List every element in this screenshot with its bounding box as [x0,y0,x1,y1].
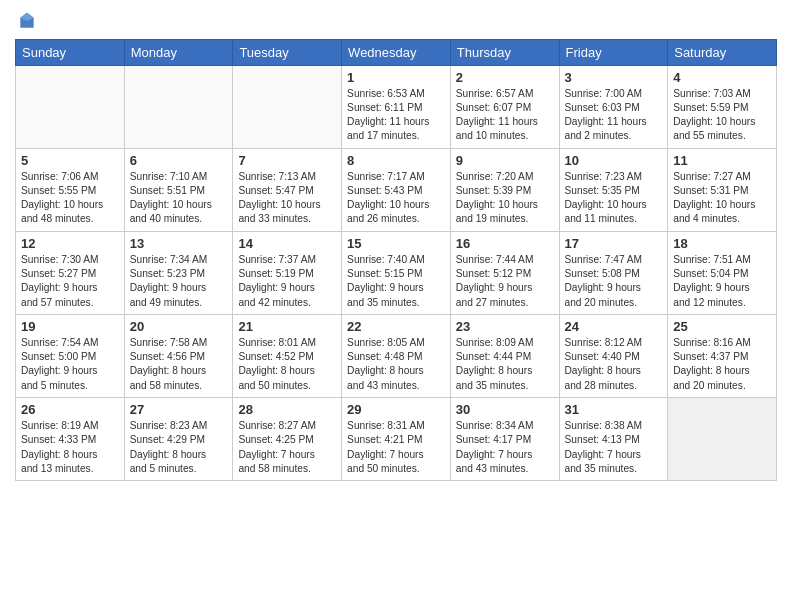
day-number: 28 [238,402,336,417]
calendar-cell [233,65,342,148]
day-info: Sunrise: 7:23 AM Sunset: 5:35 PM Dayligh… [565,170,663,227]
weekday-header-row: SundayMondayTuesdayWednesdayThursdayFrid… [16,39,777,65]
day-number: 3 [565,70,663,85]
day-number: 4 [673,70,771,85]
day-number: 9 [456,153,554,168]
calendar-cell [16,65,125,148]
calendar-cell: 16Sunrise: 7:44 AM Sunset: 5:12 PM Dayli… [450,231,559,314]
calendar-cell: 14Sunrise: 7:37 AM Sunset: 5:19 PM Dayli… [233,231,342,314]
calendar-cell: 15Sunrise: 7:40 AM Sunset: 5:15 PM Dayli… [342,231,451,314]
day-number: 11 [673,153,771,168]
day-number: 30 [456,402,554,417]
calendar-cell: 11Sunrise: 7:27 AM Sunset: 5:31 PM Dayli… [668,148,777,231]
week-row-4: 19Sunrise: 7:54 AM Sunset: 5:00 PM Dayli… [16,314,777,397]
day-number: 27 [130,402,228,417]
day-info: Sunrise: 7:51 AM Sunset: 5:04 PM Dayligh… [673,253,771,310]
day-number: 19 [21,319,119,334]
day-number: 21 [238,319,336,334]
day-number: 15 [347,236,445,251]
day-number: 5 [21,153,119,168]
calendar-cell: 22Sunrise: 8:05 AM Sunset: 4:48 PM Dayli… [342,314,451,397]
weekday-header-sunday: Sunday [16,39,125,65]
day-number: 12 [21,236,119,251]
calendar-cell: 12Sunrise: 7:30 AM Sunset: 5:27 PM Dayli… [16,231,125,314]
calendar-cell: 24Sunrise: 8:12 AM Sunset: 4:40 PM Dayli… [559,314,668,397]
day-info: Sunrise: 8:34 AM Sunset: 4:17 PM Dayligh… [456,419,554,476]
calendar-cell: 21Sunrise: 8:01 AM Sunset: 4:52 PM Dayli… [233,314,342,397]
calendar-cell: 10Sunrise: 7:23 AM Sunset: 5:35 PM Dayli… [559,148,668,231]
page-container: SundayMondayTuesdayWednesdayThursdayFrid… [0,0,792,491]
day-info: Sunrise: 7:30 AM Sunset: 5:27 PM Dayligh… [21,253,119,310]
day-number: 8 [347,153,445,168]
day-info: Sunrise: 8:05 AM Sunset: 4:48 PM Dayligh… [347,336,445,393]
calendar-cell: 7Sunrise: 7:13 AM Sunset: 5:47 PM Daylig… [233,148,342,231]
calendar-cell: 1Sunrise: 6:53 AM Sunset: 6:11 PM Daylig… [342,65,451,148]
calendar-cell: 6Sunrise: 7:10 AM Sunset: 5:51 PM Daylig… [124,148,233,231]
day-number: 6 [130,153,228,168]
day-info: Sunrise: 8:31 AM Sunset: 4:21 PM Dayligh… [347,419,445,476]
day-number: 14 [238,236,336,251]
week-row-2: 5Sunrise: 7:06 AM Sunset: 5:55 PM Daylig… [16,148,777,231]
day-number: 29 [347,402,445,417]
weekday-header-thursday: Thursday [450,39,559,65]
week-row-5: 26Sunrise: 8:19 AM Sunset: 4:33 PM Dayli… [16,398,777,481]
calendar-cell: 2Sunrise: 6:57 AM Sunset: 6:07 PM Daylig… [450,65,559,148]
day-number: 10 [565,153,663,168]
day-number: 23 [456,319,554,334]
day-number: 1 [347,70,445,85]
calendar-cell: 28Sunrise: 8:27 AM Sunset: 4:25 PM Dayli… [233,398,342,481]
day-number: 26 [21,402,119,417]
day-info: Sunrise: 7:54 AM Sunset: 5:00 PM Dayligh… [21,336,119,393]
day-info: Sunrise: 7:47 AM Sunset: 5:08 PM Dayligh… [565,253,663,310]
day-info: Sunrise: 8:01 AM Sunset: 4:52 PM Dayligh… [238,336,336,393]
calendar-cell: 8Sunrise: 7:17 AM Sunset: 5:43 PM Daylig… [342,148,451,231]
calendar-cell: 18Sunrise: 7:51 AM Sunset: 5:04 PM Dayli… [668,231,777,314]
day-info: Sunrise: 7:20 AM Sunset: 5:39 PM Dayligh… [456,170,554,227]
day-info: Sunrise: 8:27 AM Sunset: 4:25 PM Dayligh… [238,419,336,476]
calendar-cell: 17Sunrise: 7:47 AM Sunset: 5:08 PM Dayli… [559,231,668,314]
day-info: Sunrise: 8:38 AM Sunset: 4:13 PM Dayligh… [565,419,663,476]
calendar-cell: 9Sunrise: 7:20 AM Sunset: 5:39 PM Daylig… [450,148,559,231]
day-number: 22 [347,319,445,334]
day-info: Sunrise: 7:44 AM Sunset: 5:12 PM Dayligh… [456,253,554,310]
calendar-cell: 31Sunrise: 8:38 AM Sunset: 4:13 PM Dayli… [559,398,668,481]
weekday-header-friday: Friday [559,39,668,65]
calendar-cell: 5Sunrise: 7:06 AM Sunset: 5:55 PM Daylig… [16,148,125,231]
calendar-cell: 20Sunrise: 7:58 AM Sunset: 4:56 PM Dayli… [124,314,233,397]
day-info: Sunrise: 7:03 AM Sunset: 5:59 PM Dayligh… [673,87,771,144]
calendar-cell: 30Sunrise: 8:34 AM Sunset: 4:17 PM Dayli… [450,398,559,481]
day-info: Sunrise: 7:10 AM Sunset: 5:51 PM Dayligh… [130,170,228,227]
calendar-cell: 25Sunrise: 8:16 AM Sunset: 4:37 PM Dayli… [668,314,777,397]
logo [15,10,37,31]
calendar-table: SundayMondayTuesdayWednesdayThursdayFrid… [15,39,777,482]
calendar-cell: 13Sunrise: 7:34 AM Sunset: 5:23 PM Dayli… [124,231,233,314]
calendar-cell: 19Sunrise: 7:54 AM Sunset: 5:00 PM Dayli… [16,314,125,397]
calendar-cell [124,65,233,148]
day-info: Sunrise: 8:12 AM Sunset: 4:40 PM Dayligh… [565,336,663,393]
day-info: Sunrise: 8:19 AM Sunset: 4:33 PM Dayligh… [21,419,119,476]
day-number: 24 [565,319,663,334]
logo-icon [17,11,37,31]
day-info: Sunrise: 8:09 AM Sunset: 4:44 PM Dayligh… [456,336,554,393]
day-info: Sunrise: 7:17 AM Sunset: 5:43 PM Dayligh… [347,170,445,227]
day-info: Sunrise: 7:58 AM Sunset: 4:56 PM Dayligh… [130,336,228,393]
day-info: Sunrise: 7:37 AM Sunset: 5:19 PM Dayligh… [238,253,336,310]
week-row-1: 1Sunrise: 6:53 AM Sunset: 6:11 PM Daylig… [16,65,777,148]
day-number: 17 [565,236,663,251]
day-info: Sunrise: 8:23 AM Sunset: 4:29 PM Dayligh… [130,419,228,476]
page-header [15,10,777,31]
day-info: Sunrise: 6:53 AM Sunset: 6:11 PM Dayligh… [347,87,445,144]
calendar-cell: 27Sunrise: 8:23 AM Sunset: 4:29 PM Dayli… [124,398,233,481]
calendar-cell: 29Sunrise: 8:31 AM Sunset: 4:21 PM Dayli… [342,398,451,481]
calendar-cell [668,398,777,481]
day-info: Sunrise: 7:40 AM Sunset: 5:15 PM Dayligh… [347,253,445,310]
day-number: 18 [673,236,771,251]
day-info: Sunrise: 7:13 AM Sunset: 5:47 PM Dayligh… [238,170,336,227]
week-row-3: 12Sunrise: 7:30 AM Sunset: 5:27 PM Dayli… [16,231,777,314]
day-info: Sunrise: 7:00 AM Sunset: 6:03 PM Dayligh… [565,87,663,144]
calendar-cell: 23Sunrise: 8:09 AM Sunset: 4:44 PM Dayli… [450,314,559,397]
day-info: Sunrise: 8:16 AM Sunset: 4:37 PM Dayligh… [673,336,771,393]
day-number: 20 [130,319,228,334]
day-number: 16 [456,236,554,251]
weekday-header-monday: Monday [124,39,233,65]
